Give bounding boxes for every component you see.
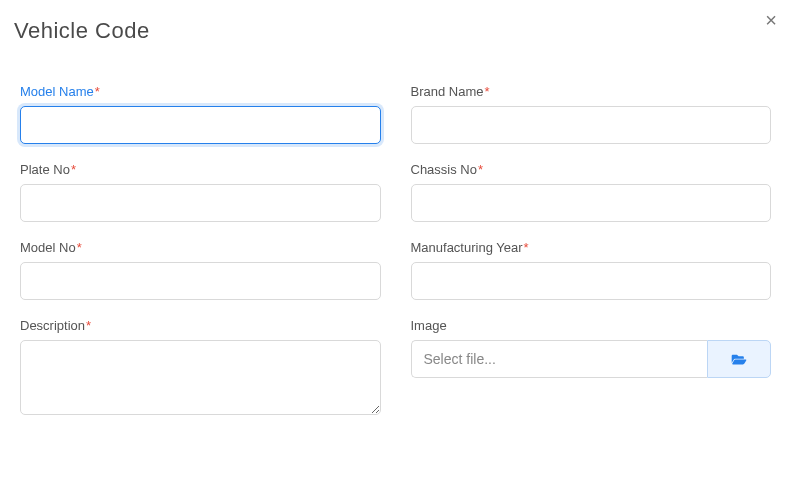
chassis-no-label: Chassis No* <box>411 162 772 177</box>
model-name-label: Model Name* <box>20 84 381 99</box>
description-textarea[interactable] <box>20 340 381 415</box>
modal-header: Vehicle Code × <box>0 0 791 54</box>
required-star: * <box>95 84 100 99</box>
required-star: * <box>71 162 76 177</box>
required-star: * <box>478 162 483 177</box>
close-button[interactable]: × <box>765 10 777 30</box>
image-label: Image <box>411 318 772 333</box>
manufacturing-year-label-text: Manufacturing Year <box>411 240 523 255</box>
modal-title: Vehicle Code <box>14 18 771 44</box>
file-browse-button[interactable] <box>707 340 771 378</box>
plate-no-input[interactable] <box>20 184 381 222</box>
plate-no-label: Plate No* <box>20 162 381 177</box>
close-icon: × <box>765 9 777 31</box>
model-name-input[interactable] <box>20 106 381 144</box>
image-label-text: Image <box>411 318 447 333</box>
required-star: * <box>77 240 82 255</box>
file-input-display[interactable]: Select file... <box>411 340 708 378</box>
file-input-wrapper: Select file... <box>411 340 772 378</box>
chassis-no-input[interactable] <box>411 184 772 222</box>
model-name-group: Model Name* <box>20 84 381 144</box>
plate-no-group: Plate No* <box>20 162 381 222</box>
chassis-no-label-text: Chassis No <box>411 162 477 177</box>
brand-name-label: Brand Name* <box>411 84 772 99</box>
left-column: Model Name* Plate No* Model No* Descript… <box>20 84 381 437</box>
model-name-label-text: Model Name <box>20 84 94 99</box>
manufacturing-year-input[interactable] <box>411 262 772 300</box>
description-group: Description* <box>20 318 381 419</box>
manufacturing-year-group: Manufacturing Year* <box>411 240 772 300</box>
description-label-text: Description <box>20 318 85 333</box>
required-star: * <box>86 318 91 333</box>
chassis-no-group: Chassis No* <box>411 162 772 222</box>
brand-name-label-text: Brand Name <box>411 84 484 99</box>
required-star: * <box>524 240 529 255</box>
plate-no-label-text: Plate No <box>20 162 70 177</box>
model-no-input[interactable] <box>20 262 381 300</box>
required-star: * <box>484 84 489 99</box>
description-label: Description* <box>20 318 381 333</box>
manufacturing-year-label: Manufacturing Year* <box>411 240 772 255</box>
model-no-group: Model No* <box>20 240 381 300</box>
image-group: Image Select file... <box>411 318 772 378</box>
brand-name-group: Brand Name* <box>411 84 772 144</box>
form-body: Model Name* Plate No* Model No* Descript… <box>0 54 791 457</box>
brand-name-input[interactable] <box>411 106 772 144</box>
right-column: Brand Name* Chassis No* Manufacturing Ye… <box>411 84 772 437</box>
folder-open-icon <box>731 353 747 366</box>
model-no-label: Model No* <box>20 240 381 255</box>
model-no-label-text: Model No <box>20 240 76 255</box>
